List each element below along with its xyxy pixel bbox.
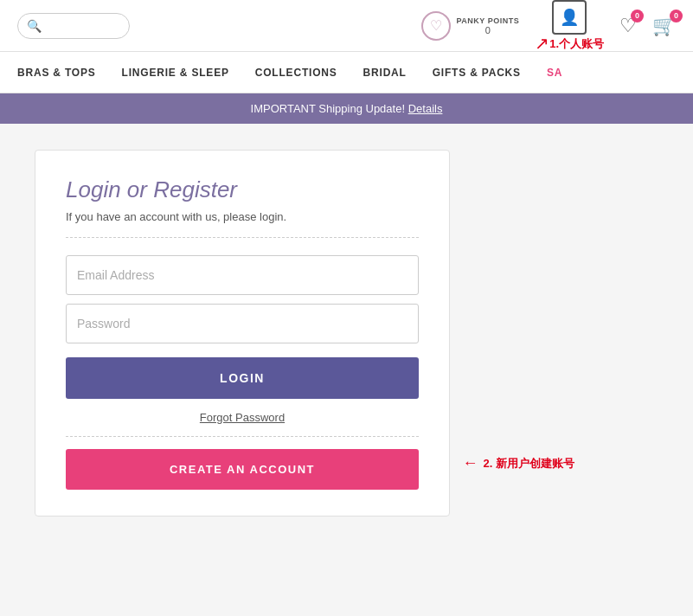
nav-item-lingerie-sleep[interactable]: LINGERIE & SLEEP [122, 67, 229, 79]
login-title: Login or Register [66, 176, 419, 203]
nav-item-bridal[interactable]: BRIDAL [363, 67, 407, 79]
annotation1-label: 1.个人账号 [549, 36, 604, 52]
create-account-button[interactable]: CREATE AN ACCOUNT [66, 449, 419, 490]
annotation2-arrow: ← [463, 454, 478, 472]
cart-badge: 0 [670, 10, 683, 22]
wishlist-icon[interactable]: ♡ 0 [619, 15, 637, 37]
header-right: ♡ PANKY POINTS 0 👤 ↗ 1.个人账号 ♡ 0 🛒 0 [421, 0, 676, 52]
login-card: Login or Register If you have an account… [35, 150, 450, 517]
account-annotation: 👤 ↗ 1.个人账号 [535, 0, 604, 52]
panky-points-label: PANKY POINTS [456, 16, 519, 25]
password-input[interactable] [66, 304, 419, 343]
annotation2-wrap: ← 2. 新用户创建账号 [463, 454, 574, 472]
banner-text: IMPORTANT Shipping Update! [251, 102, 405, 115]
panky-points-value: 0 [485, 25, 491, 35]
header: 🔍 ♡ PANKY POINTS 0 👤 ↗ 1.个人账号 ♡ 0 [0, 0, 693, 52]
nav-item-gifts-packs[interactable]: GIFTS & PACKS [433, 67, 521, 79]
main-nav: BRAS & TOPS LINGERIE & SLEEP COLLECTIONS… [0, 52, 693, 93]
wishlist-badge: 0 [631, 10, 644, 22]
cart-icon[interactable]: 🛒 0 [652, 15, 676, 37]
divider-bottom [66, 436, 419, 437]
search-icon: 🔍 [27, 19, 42, 33]
divider-top [66, 237, 419, 238]
nav-item-collections[interactable]: COLLECTIONS [255, 67, 337, 79]
nav-item-bras-tops[interactable]: BRAS & TOPS [17, 67, 96, 79]
main-content: Login or Register If you have an account… [0, 124, 693, 615]
annotation2-label: 2. 新用户创建账号 [484, 456, 574, 472]
nav-item-sale[interactable]: SA [547, 67, 562, 79]
account-icon[interactable]: 👤 [552, 0, 587, 35]
heart-icon[interactable]: ♡ [421, 11, 451, 41]
login-button[interactable]: LOGIN [66, 357, 419, 399]
annotation1-arrow: ↗ [535, 35, 549, 52]
forgot-password-link[interactable]: Forgot Password [66, 411, 419, 424]
shipping-banner: IMPORTANT Shipping Update! Details [0, 93, 693, 124]
panky-points: PANKY POINTS 0 [456, 16, 519, 35]
login-subtitle: If you have an account with us, please l… [66, 210, 419, 223]
email-input[interactable] [66, 255, 419, 295]
banner-link[interactable]: Details [408, 102, 443, 115]
search-bar[interactable]: 🔍 [17, 13, 130, 39]
